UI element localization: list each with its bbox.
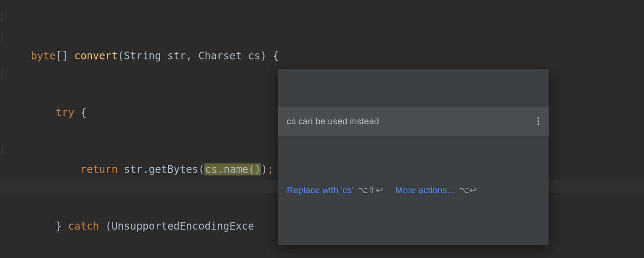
keyword: return (6, 163, 118, 175)
code-text: ; (267, 163, 273, 175)
code-highlight: cs.name() (204, 163, 261, 175)
code-line: } catch (UnsupportedEncodingExce (6, 217, 279, 236)
code-text: ) (261, 163, 267, 175)
code-text: (UnsupportedEncodingExce (99, 220, 254, 232)
more-vertical-icon[interactable] (536, 116, 541, 127)
code-line: return str.getBytes(cs.name()); (6, 160, 279, 179)
more-actions-link[interactable]: More actions... (395, 181, 455, 200)
gutter-marker-icon (0, 12, 3, 21)
code-text: [] (56, 50, 74, 62)
inspection-title: cs can be used instead (287, 112, 379, 131)
code-line: byte[] convert(String str, Charset cs) { (6, 46, 279, 65)
shortcut-text: ⌥↩ (459, 181, 477, 200)
replace-action-link[interactable]: Replace with 'cs' (287, 181, 353, 200)
keyword: try (6, 107, 74, 119)
gutter-marker-icon (0, 145, 3, 154)
inspection-popup-body: Replace with 'cs' ⌥⇧↩ More actions... ⌥↩ (278, 174, 549, 207)
inspection-popup: cs can be used instead Replace with 'cs'… (278, 69, 549, 245)
code-block: byte[] convert(String str, Charset cs) {… (6, 9, 279, 258)
keyword: byte (6, 50, 56, 62)
code-text: str.getBytes( (118, 163, 204, 175)
function-name: convert (74, 50, 118, 62)
inspection-popup-header: cs can be used instead (278, 107, 549, 136)
keyword: catch (68, 220, 99, 232)
gutter-marker-icon (0, 70, 3, 78)
gutter-marker-icon (0, 32, 3, 40)
code-text: { (74, 107, 87, 119)
shortcut-text: ⌥⇧↩ (358, 181, 383, 200)
code-text: } (6, 220, 68, 232)
code-line: try { (6, 103, 279, 122)
code-editor[interactable]: byte[] convert(String str, Charset cs) {… (0, 0, 644, 258)
code-text: (String str, Charset cs) { (118, 50, 279, 62)
